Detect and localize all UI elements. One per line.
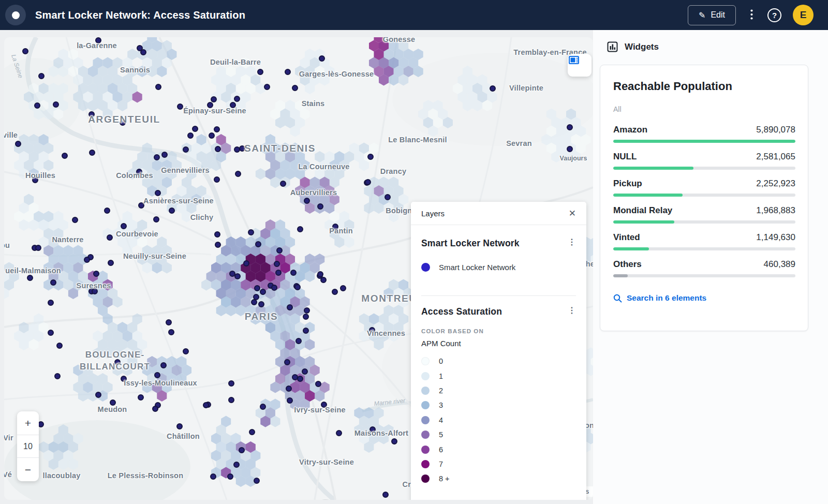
map-canvas[interactable]: ARGENTEUILSAINT-DENISPARISMONTREUILBOULO…: [4, 37, 593, 500]
toggle-widgets-panel-button[interactable]: [568, 54, 592, 77]
locker-point[interactable]: [234, 96, 240, 101]
locker-point[interactable]: [27, 275, 33, 280]
locker-point[interactable]: [154, 155, 159, 160]
layer-options-icon[interactable]: ⋮: [568, 306, 576, 315]
locker-point[interactable]: [292, 375, 298, 380]
zoom-in-button[interactable]: +: [17, 411, 39, 435]
locker-point[interactable]: [254, 294, 259, 300]
locker-point[interactable]: [567, 125, 572, 130]
locker-point[interactable]: [215, 146, 220, 152]
locker-point[interactable]: [302, 369, 307, 374]
locker-point[interactable]: [280, 181, 286, 186]
locker-point[interactable]: [235, 171, 241, 176]
locker-point[interactable]: [72, 217, 78, 223]
locker-point[interactable]: [166, 320, 171, 325]
locker-point[interactable]: [285, 360, 290, 365]
locker-point[interactable]: [291, 270, 296, 275]
locker-point[interactable]: [341, 286, 346, 291]
locker-point[interactable]: [23, 49, 28, 54]
locker-point[interactable]: [258, 69, 263, 75]
locker-point[interactable]: [298, 376, 303, 381]
locker-point[interactable]: [316, 381, 321, 387]
locker-point[interactable]: [274, 261, 279, 266]
widget-row[interactable]: Amazon5,890,078: [613, 125, 795, 143]
locker-point[interactable]: [141, 50, 146, 55]
widget-row[interactable]: NULL2,581,065: [613, 152, 795, 170]
avatar[interactable]: E: [793, 5, 814, 25]
locker-point[interactable]: [318, 272, 323, 277]
locker-point[interactable]: [229, 397, 234, 403]
zoom-out-button[interactable]: −: [17, 458, 39, 481]
locker-point[interactable]: [38, 422, 43, 427]
widget-row[interactable]: Mondial Relay1,968,883: [613, 205, 795, 224]
locker-point[interactable]: [203, 403, 209, 408]
locker-point[interactable]: [368, 154, 373, 159]
help-icon[interactable]: ?: [767, 8, 781, 22]
locker-point[interactable]: [296, 338, 301, 344]
locker-point[interactable]: [193, 126, 198, 131]
locker-point[interactable]: [36, 245, 41, 250]
locker-point[interactable]: [295, 285, 300, 290]
locker-point[interactable]: [211, 97, 216, 102]
widget-row[interactable]: Others460,389: [613, 259, 795, 277]
locker-point[interactable]: [51, 280, 56, 285]
locker-point[interactable]: [48, 300, 53, 305]
locker-point[interactable]: [319, 56, 324, 61]
locker-point[interactable]: [259, 302, 264, 307]
locker-point[interactable]: [156, 84, 161, 90]
locker-point[interactable]: [277, 248, 282, 253]
locker-point[interactable]: [318, 204, 323, 209]
locker-point[interactable]: [287, 305, 292, 310]
locker-point[interactable]: [96, 392, 101, 397]
locker-point[interactable]: [108, 260, 113, 265]
locker-point[interactable]: [48, 330, 53, 335]
locker-point[interactable]: [228, 474, 233, 479]
locker-point[interactable]: [235, 274, 240, 279]
locker-point[interactable]: [490, 86, 495, 91]
locker-point[interactable]: [215, 242, 220, 247]
locker-point[interactable]: [332, 289, 337, 294]
locker-point[interactable]: [303, 314, 308, 319]
widget-row[interactable]: Pickup2,252,923: [613, 179, 795, 197]
locker-point[interactable]: [256, 242, 261, 247]
locker-point[interactable]: [254, 478, 259, 483]
locker-point[interactable]: [383, 492, 388, 497]
locker-point[interactable]: [178, 104, 183, 109]
locker-point[interactable]: [169, 208, 174, 213]
locker-point[interactable]: [214, 177, 219, 182]
locker-point[interactable]: [234, 462, 239, 467]
locker-point[interactable]: [385, 195, 390, 200]
locker-point[interactable]: [260, 289, 265, 294]
locker-point[interactable]: [177, 424, 182, 429]
locker-point[interactable]: [285, 69, 290, 75]
locker-point[interactable]: [304, 198, 309, 203]
locker-point[interactable]: [84, 257, 90, 262]
locker-point[interactable]: [215, 232, 220, 237]
locker-point[interactable]: [107, 235, 112, 240]
widget-row[interactable]: Vinted1,149,630: [613, 232, 795, 250]
locker-point[interactable]: [138, 395, 143, 400]
locker-point[interactable]: [298, 227, 303, 232]
locker-point[interactable]: [303, 328, 308, 333]
locker-point[interactable]: [53, 102, 58, 107]
locker-point[interactable]: [94, 271, 99, 276]
locker-point[interactable]: [321, 277, 326, 283]
locker-point[interactable]: [229, 381, 234, 386]
locker-point[interactable]: [365, 180, 371, 185]
locker-point[interactable]: [287, 398, 292, 403]
locker-point[interactable]: [239, 448, 244, 453]
locker-point[interactable]: [153, 406, 158, 411]
locker-point[interactable]: [234, 147, 240, 152]
locker-point[interactable]: [292, 85, 298, 91]
search-elements-link[interactable]: Search in 6 elements: [613, 293, 795, 303]
locker-point[interactable]: [230, 271, 235, 276]
locker-point[interactable]: [39, 73, 44, 79]
more-options-icon[interactable]: [747, 7, 756, 23]
locker-point[interactable]: [183, 147, 188, 152]
locker-point[interactable]: [264, 84, 270, 90]
locker-point[interactable]: [276, 270, 281, 275]
locker-point[interactable]: [169, 330, 174, 335]
locker-point[interactable]: [249, 429, 255, 435]
locker-point[interactable]: [214, 127, 219, 132]
locker-point[interactable]: [392, 439, 397, 444]
